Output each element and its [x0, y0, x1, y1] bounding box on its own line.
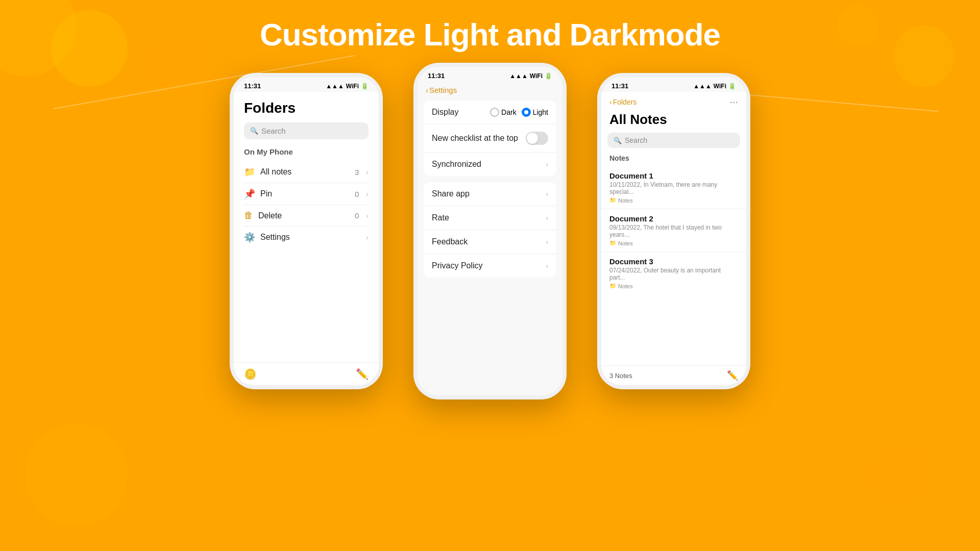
- note-meta-3: 07/24/2022, Outer beauty is an important…: [609, 267, 738, 281]
- status-bar-1: 11:31 ▲▲▲ WiFi 🔋: [234, 77, 379, 92]
- note-item-2[interactable]: Document 2 09/13/2022, The hotel that I …: [601, 209, 746, 252]
- folder-item-delete[interactable]: 🗑 Delete 0 ›: [244, 205, 369, 227]
- phone-folders: 11:31 ▲▲▲ WiFi 🔋 Folders 🔍 Search On My …: [230, 73, 383, 389]
- wifi-icon-2: WiFi: [530, 72, 543, 80]
- display-options: Dark Light: [490, 108, 548, 117]
- status-bar-2: 11:31 ▲▲▲ WiFi 🔋: [418, 67, 562, 82]
- notes-content: ‹ Folders ··· All Notes 🔍 Search Notes D…: [601, 92, 746, 365]
- note-folder-2: 📁 Notes: [609, 240, 738, 246]
- time-2: 11:31: [428, 72, 445, 80]
- note-folder-icon-3: 📁: [609, 283, 617, 289]
- search-icon-1: 🔍: [250, 127, 258, 135]
- folder-icon-allnotes: 📁: [244, 166, 255, 178]
- checklist-label: New checklist at the top: [432, 134, 526, 143]
- wifi-icon-1: WiFi: [346, 83, 359, 90]
- note-folder-1: 📁 Notes: [609, 197, 738, 204]
- privacy-label: Privacy Policy: [432, 261, 546, 270]
- compose-icon-3[interactable]: ✏️: [727, 370, 738, 381]
- battery-icon-1: 🔋: [361, 83, 369, 90]
- phones-container: 11:31 ▲▲▲ WiFi 🔋 Folders 🔍 Search On My …: [0, 73, 980, 399]
- folders-section-label: On My Phone: [244, 147, 369, 156]
- folder-item-pin[interactable]: 📌 Pin 0 ›: [244, 183, 369, 205]
- notes-bottom-bar: 3 Notes ✏️: [601, 365, 746, 385]
- chevron-delete: ›: [366, 212, 369, 220]
- phone-2-screen: 11:31 ▲▲▲ WiFi 🔋 ‹ Settings: [418, 67, 562, 395]
- note-folder-icon-1: 📁: [609, 197, 617, 204]
- note-title-1: Document 1: [609, 171, 738, 180]
- settings-section-2: Share app › Rate › Feedback › Privacy Po…: [424, 182, 556, 278]
- settings-row-share[interactable]: Share app ›: [424, 182, 556, 206]
- settings-row-rate[interactable]: Rate ›: [424, 206, 556, 230]
- folder-item-allnotes[interactable]: 📁 All notes 3 ›: [244, 161, 369, 183]
- note-item-3[interactable]: Document 3 07/24/2022, Outer beauty is a…: [601, 252, 746, 294]
- folders-search-bar[interactable]: 🔍 Search: [244, 122, 369, 139]
- chevron-share: ›: [546, 190, 548, 198]
- notes-section-label: Notes: [601, 154, 746, 166]
- chevron-rate: ›: [546, 214, 548, 222]
- feedback-label: Feedback: [432, 237, 546, 246]
- page-title: Customize Light and Darkmode: [0, 0, 980, 53]
- folder-item-settings[interactable]: ⚙️ Settings ›: [244, 227, 369, 248]
- settings-section-1: Display Dark Light: [424, 101, 556, 176]
- settings-row-synchronized[interactable]: Synchronized ›: [424, 153, 556, 176]
- settings-content: Display Dark Light: [418, 101, 562, 395]
- checklist-toggle[interactable]: [526, 132, 548, 145]
- time-3: 11:31: [611, 82, 628, 90]
- signal-icon-2: ▲▲▲: [509, 72, 528, 80]
- wifi-icon-3: WiFi: [714, 83, 726, 90]
- folder-count-allnotes: 3: [355, 168, 359, 177]
- settings-row-display: Display Dark Light: [424, 101, 556, 124]
- status-icons-3: ▲▲▲ WiFi 🔋: [693, 83, 736, 90]
- phone-3-screen: 11:31 ▲▲▲ WiFi 🔋 ‹ Folders ··· All No: [601, 77, 746, 385]
- rate-label: Rate: [432, 213, 546, 222]
- note-folder-icon-2: 📁: [609, 240, 617, 246]
- folder-count-pin: 0: [355, 190, 359, 198]
- note-meta-2: 09/13/2022, The hotel that I stayed in t…: [609, 224, 738, 238]
- compose-icon-1[interactable]: ✏️: [356, 368, 369, 380]
- phone-allnotes: 11:31 ▲▲▲ WiFi 🔋 ‹ Folders ··· All No: [597, 73, 750, 389]
- notes-search-placeholder: Search: [625, 136, 647, 144]
- folder-bottom-icon[interactable]: 🪙: [244, 368, 257, 380]
- folder-name-delete: Delete: [258, 211, 350, 220]
- note-folder-label-2: Notes: [618, 240, 633, 246]
- folder-icon-settings: ⚙️: [244, 232, 255, 243]
- settings-nav: ‹ Settings: [418, 82, 562, 101]
- folder-name-allnotes: All notes: [260, 167, 350, 177]
- dark-label: Dark: [501, 108, 517, 116]
- folder-icon-delete: 🗑: [244, 210, 253, 221]
- settings-row-checklist: New checklist at the top: [424, 124, 556, 153]
- settings-row-feedback[interactable]: Feedback ›: [424, 230, 556, 254]
- status-icons-1: ▲▲▲ WiFi 🔋: [326, 83, 369, 90]
- battery-icon-2: 🔋: [545, 72, 552, 80]
- notes-count-label: 3 Notes: [609, 372, 632, 380]
- back-chevron-3: ‹: [609, 98, 612, 106]
- folders-title: Folders: [244, 100, 369, 116]
- note-title-2: Document 2: [609, 214, 738, 223]
- phone-1-screen: 11:31 ▲▲▲ WiFi 🔋 Folders 🔍 Search On My …: [234, 77, 379, 385]
- time-1: 11:31: [244, 82, 261, 90]
- chevron-settings: ›: [366, 233, 369, 241]
- signal-icon-1: ▲▲▲: [326, 83, 344, 90]
- dark-option[interactable]: Dark: [490, 108, 517, 117]
- display-label: Display: [432, 108, 490, 117]
- search-icon-3: 🔍: [614, 137, 622, 144]
- folder-name-settings: Settings: [260, 233, 361, 242]
- settings-back-label: Settings: [429, 86, 457, 94]
- note-item-1[interactable]: Document 1 10/11/2022, In Vietnam, there…: [601, 166, 746, 209]
- settings-back-btn[interactable]: ‹ Settings: [426, 86, 457, 94]
- light-label: Light: [533, 108, 548, 116]
- settings-row-privacy[interactable]: Privacy Policy ›: [424, 254, 556, 278]
- notes-search-bar[interactable]: 🔍 Search: [607, 133, 740, 148]
- chevron-synchronized: ›: [546, 160, 548, 168]
- light-option[interactable]: Light: [522, 108, 548, 117]
- note-folder-label-3: Notes: [618, 283, 633, 289]
- light-radio[interactable]: [522, 108, 531, 117]
- phone-settings: 11:31 ▲▲▲ WiFi 🔋 ‹ Settings: [413, 63, 567, 399]
- notes-more-btn[interactable]: ···: [729, 96, 738, 108]
- share-label: Share app: [432, 189, 546, 198]
- synchronized-label: Synchronized: [432, 160, 546, 169]
- dark-radio[interactable]: [490, 108, 499, 117]
- note-title-3: Document 3: [609, 257, 738, 266]
- all-notes-title: All Notes: [601, 110, 746, 133]
- notes-back-btn[interactable]: ‹ Folders: [609, 98, 636, 106]
